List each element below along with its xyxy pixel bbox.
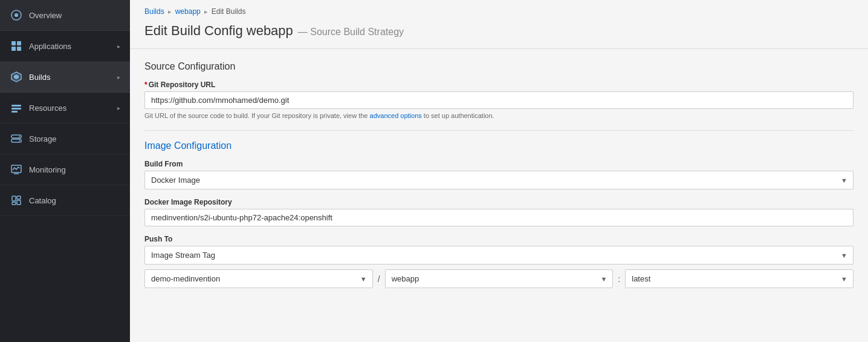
colon-separator: : xyxy=(617,274,621,284)
git-url-help: Git URL of the source code to build. If … xyxy=(144,111,853,120)
svg-point-14 xyxy=(19,140,20,142)
source-config-section: Source Configuration *Git Repository URL… xyxy=(144,61,853,120)
namespace-select-wrapper: demo-medinvention ▼ xyxy=(144,269,373,288)
push-to-select[interactable]: Image Stream Tag Docker Image Repository… xyxy=(144,246,853,265)
push-to-group: Push To Image Stream Tag Docker Image Re… xyxy=(144,235,853,288)
svg-point-1 xyxy=(15,13,18,17)
sidebar-item-overview[interactable]: Overview xyxy=(0,0,130,31)
main-content: Builds ▸ webapp ▸ Edit Builds Edit Build… xyxy=(130,0,868,342)
builds-chevron-icon: ▸ xyxy=(117,74,120,81)
sidebar-item-catalog-label: Catalog xyxy=(29,196,120,205)
page-title-area: Edit Build Config webapp— Source Build S… xyxy=(130,19,868,49)
breadcrumb-webapp-link[interactable]: webapp xyxy=(175,7,201,16)
builds-icon xyxy=(10,70,23,84)
source-config-title: Source Configuration xyxy=(144,61,853,72)
breadcrumb: Builds ▸ webapp ▸ Edit Builds xyxy=(130,0,868,19)
resources-chevron-icon: ▸ xyxy=(117,105,120,111)
build-from-select[interactable]: Docker Image Image Stream Tag Image Stre… xyxy=(144,171,853,189)
build-from-label: Build From xyxy=(144,160,853,168)
page-title: Edit Build Config webapp— Source Build S… xyxy=(144,23,853,39)
svg-rect-18 xyxy=(17,196,21,199)
docker-repo-label: Docker Image Repository xyxy=(144,198,853,206)
namespace-select[interactable]: demo-medinvention xyxy=(144,269,373,288)
sidebar-item-monitoring-label: Monitoring xyxy=(29,165,120,174)
push-to-select-wrapper: Image Stream Tag Docker Image Repository… xyxy=(144,246,853,265)
breadcrumb-current: Edit Builds xyxy=(212,7,246,16)
catalog-icon xyxy=(10,194,23,207)
sidebar-item-applications[interactable]: Applications ▸ xyxy=(0,31,130,62)
section-divider xyxy=(144,130,853,131)
svg-rect-5 xyxy=(17,47,21,51)
tag-select-wrapper: latest ▼ xyxy=(625,269,853,288)
imagestream-select[interactable]: webapp xyxy=(385,269,614,288)
svg-rect-3 xyxy=(17,41,21,45)
svg-rect-9 xyxy=(11,108,21,110)
svg-rect-2 xyxy=(11,41,16,45)
sidebar: Overview Applications ▸ Builds ▸ xyxy=(0,0,130,342)
applications-chevron-icon: ▸ xyxy=(117,43,120,50)
git-url-input[interactable] xyxy=(144,91,853,109)
content-area: Source Configuration *Git Repository URL… xyxy=(130,49,868,309)
required-marker: * xyxy=(144,81,147,89)
slash-separator: / xyxy=(377,274,381,284)
docker-repo-input[interactable] xyxy=(144,209,853,226)
build-from-group: Build From Docker Image Image Stream Tag… xyxy=(144,160,853,189)
sidebar-item-storage[interactable]: Storage xyxy=(0,123,130,154)
svg-rect-20 xyxy=(17,200,21,205)
push-to-label: Push To xyxy=(144,235,853,243)
svg-rect-4 xyxy=(11,47,16,51)
tag-select[interactable]: latest xyxy=(625,269,853,288)
sidebar-item-resources[interactable]: Resources ▸ xyxy=(0,93,130,123)
sidebar-item-overview-label: Overview xyxy=(29,11,120,20)
breadcrumb-separator-2: ▸ xyxy=(204,8,208,16)
breadcrumb-builds-link[interactable]: Builds xyxy=(144,7,164,16)
sidebar-item-resources-label: Resources xyxy=(29,104,117,113)
git-url-group: *Git Repository URL Git URL of the sourc… xyxy=(144,81,853,120)
breadcrumb-separator-1: ▸ xyxy=(168,8,172,16)
push-to-row: demo-medinvention ▼ / webapp ▼ : xyxy=(144,269,853,288)
sidebar-item-applications-label: Applications xyxy=(29,42,117,51)
sidebar-item-monitoring[interactable]: Monitoring xyxy=(0,154,130,185)
page-strategy: — Source Build Strategy xyxy=(298,27,404,37)
monitoring-icon xyxy=(10,163,23,176)
svg-rect-10 xyxy=(11,111,18,113)
storage-icon xyxy=(10,132,23,145)
sidebar-item-storage-label: Storage xyxy=(29,134,120,143)
sidebar-item-catalog[interactable]: Catalog xyxy=(0,185,130,216)
sidebar-item-builds[interactable]: Builds ▸ xyxy=(0,62,130,93)
svg-rect-17 xyxy=(12,196,16,201)
resources-icon xyxy=(10,101,23,114)
image-config-title: Image Configuration xyxy=(144,140,853,151)
image-config-section: Image Configuration Build From Docker Im… xyxy=(144,140,853,288)
applications-icon xyxy=(10,39,23,53)
overview-icon xyxy=(10,8,23,22)
build-from-select-wrapper: Docker Image Image Stream Tag Image Stre… xyxy=(144,171,853,189)
page-title-text: Edit Build Config webapp xyxy=(144,23,293,38)
docker-repo-group: Docker Image Repository xyxy=(144,198,853,226)
svg-rect-8 xyxy=(11,105,21,107)
sidebar-item-builds-label: Builds xyxy=(29,73,117,82)
git-url-label: *Git Repository URL xyxy=(144,81,853,89)
advanced-options-link[interactable]: advanced options xyxy=(370,112,422,119)
imagestream-select-wrapper: webapp ▼ xyxy=(385,269,614,288)
svg-point-13 xyxy=(19,136,20,137)
svg-rect-19 xyxy=(12,202,16,205)
